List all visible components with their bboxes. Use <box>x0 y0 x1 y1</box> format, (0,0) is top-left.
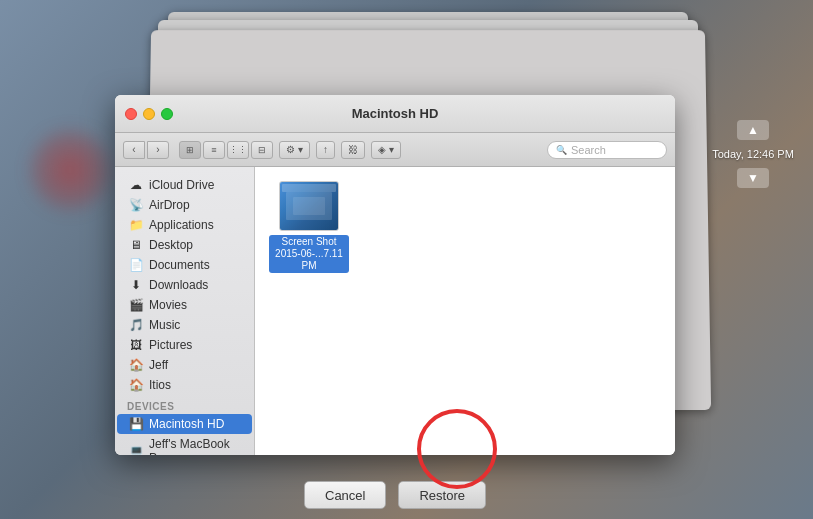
link-icon: ⛓ <box>348 144 358 155</box>
search-placeholder: Search <box>571 144 606 156</box>
icon-view-button[interactable]: ⊞ <box>179 141 201 159</box>
sidebar-item-downloads[interactable]: ⬇ Downloads <box>117 275 252 295</box>
view-controls: ⊞ ≡ ⋮⋮ ⊟ <box>179 141 273 159</box>
link-button[interactable]: ⛓ <box>341 141 365 159</box>
forward-button[interactable]: › <box>147 141 169 159</box>
cover-flow-button[interactable]: ⊟ <box>251 141 273 159</box>
jeff-icon: 🏠 <box>129 358 143 372</box>
sidebar-item-label: Itios <box>149 378 171 392</box>
applications-icon: 📁 <box>129 218 143 232</box>
share-icon: ↑ <box>323 144 328 155</box>
desktop-icon: 🖥 <box>129 238 143 252</box>
file-area: Screen Shot 2015-06-...7.11 PM <box>255 167 675 455</box>
devices-section-label: Devices <box>115 395 254 414</box>
sidebar-item-itios[interactable]: 🏠 Itios <box>117 375 252 395</box>
tm-down-arrow[interactable]: ▼ <box>737 168 769 188</box>
sidebar-item-jeffs-macbook[interactable]: 💻 Jeff's MacBook Pr... <box>117 434 252 455</box>
share-button[interactable]: ↑ <box>316 141 335 159</box>
back-button[interactable]: ‹ <box>123 141 145 159</box>
movies-icon: 🎬 <box>129 298 143 312</box>
jeffs-macbook-icon: 💻 <box>129 444 143 455</box>
sidebar-item-label: Movies <box>149 298 187 312</box>
cancel-button[interactable]: Cancel <box>304 481 386 509</box>
music-icon: 🎵 <box>129 318 143 332</box>
toolbar: ‹ › ⊞ ≡ ⋮⋮ ⊟ ⚙ ▾ ↑ ⛓ ◈ ▾ 🔍 Search <box>115 133 675 167</box>
dropbox-dropdown-icon: ▾ <box>389 144 394 155</box>
sidebar: ☁ iCloud Drive 📡 AirDrop 📁 Applications … <box>115 167 255 455</box>
icloud-drive-icon: ☁ <box>129 178 143 192</box>
finder-window: Macintosh HD ‹ › ⊞ ≡ ⋮⋮ ⊟ ⚙ ▾ ↑ ⛓ ◈ ▾ <box>115 95 675 455</box>
sidebar-item-label: Pictures <box>149 338 192 352</box>
sidebar-item-movies[interactable]: 🎬 Movies <box>117 295 252 315</box>
sidebar-item-label: iCloud Drive <box>149 178 214 192</box>
sidebar-item-macintosh-hd[interactable]: 💾 Macintosh HD <box>117 414 252 434</box>
tm-date: Today, 12:46 PM <box>712 148 794 160</box>
content-area: ☁ iCloud Drive 📡 AirDrop 📁 Applications … <box>115 167 675 455</box>
title-bar: Macintosh HD <box>115 95 675 133</box>
airdrop-icon: 📡 <box>129 198 143 212</box>
search-icon: 🔍 <box>556 145 567 155</box>
mini-ui <box>286 192 332 221</box>
sidebar-item-desktop[interactable]: 🖥 Desktop <box>117 235 252 255</box>
file-item-screenshot[interactable]: Screen Shot 2015-06-...7.11 PM <box>265 177 353 277</box>
sidebar-item-label: Applications <box>149 218 214 232</box>
downloads-icon: ⬇ <box>129 278 143 292</box>
sidebar-item-label: AirDrop <box>149 198 190 212</box>
tm-up-arrow[interactable]: ▲ <box>737 120 769 140</box>
sidebar-item-icloud-drive[interactable]: ☁ iCloud Drive <box>117 175 252 195</box>
sidebar-item-label: Documents <box>149 258 210 272</box>
sidebar-item-label: Downloads <box>149 278 208 292</box>
sidebar-item-documents[interactable]: 📄 Documents <box>117 255 252 275</box>
dropbox-icon: ◈ <box>378 144 386 155</box>
pictures-icon: 🖼 <box>129 338 143 352</box>
sidebar-item-label: Desktop <box>149 238 193 252</box>
list-view-button[interactable]: ≡ <box>203 141 225 159</box>
screenshot-preview <box>280 182 338 230</box>
action-button[interactable]: ⚙ ▾ <box>279 141 310 159</box>
traffic-lights <box>125 108 173 120</box>
sidebar-item-applications[interactable]: 📁 Applications <box>117 215 252 235</box>
sidebar-item-jeff[interactable]: 🏠 Jeff <box>117 355 252 375</box>
sidebar-item-label: Macintosh HD <box>149 417 224 431</box>
gear-icon: ⚙ <box>286 144 295 155</box>
time-machine-panel: ▲ Today, 12:46 PM ▼ <box>713 120 793 188</box>
macintosh-hd-icon: 💾 <box>129 417 143 431</box>
column-view-button[interactable]: ⋮⋮ <box>227 141 249 159</box>
dropbox-button[interactable]: ◈ ▾ <box>371 141 401 159</box>
action-dropdown-icon: ▾ <box>298 144 303 155</box>
sidebar-item-music[interactable]: 🎵 Music <box>117 315 252 335</box>
sidebar-item-label: Jeff's MacBook Pr... <box>149 437 240 455</box>
restore-button[interactable]: Restore <box>398 481 486 509</box>
sidebar-item-airdrop[interactable]: 📡 AirDrop <box>117 195 252 215</box>
sidebar-item-label: Music <box>149 318 180 332</box>
nav-buttons: ‹ › <box>123 141 169 159</box>
window-title: Macintosh HD <box>352 106 439 121</box>
search-box[interactable]: 🔍 Search <box>547 141 667 159</box>
maximize-button[interactable] <box>161 108 173 120</box>
file-thumbnail <box>279 181 339 231</box>
file-name: Screen Shot 2015-06-...7.11 PM <box>269 235 349 273</box>
minimize-button[interactable] <box>143 108 155 120</box>
close-button[interactable] <box>125 108 137 120</box>
bottom-buttons: Cancel Restore <box>115 481 675 509</box>
itios-icon: 🏠 <box>129 378 143 392</box>
sidebar-item-label: Jeff <box>149 358 168 372</box>
sidebar-item-pictures[interactable]: 🖼 Pictures <box>117 335 252 355</box>
documents-icon: 📄 <box>129 258 143 272</box>
